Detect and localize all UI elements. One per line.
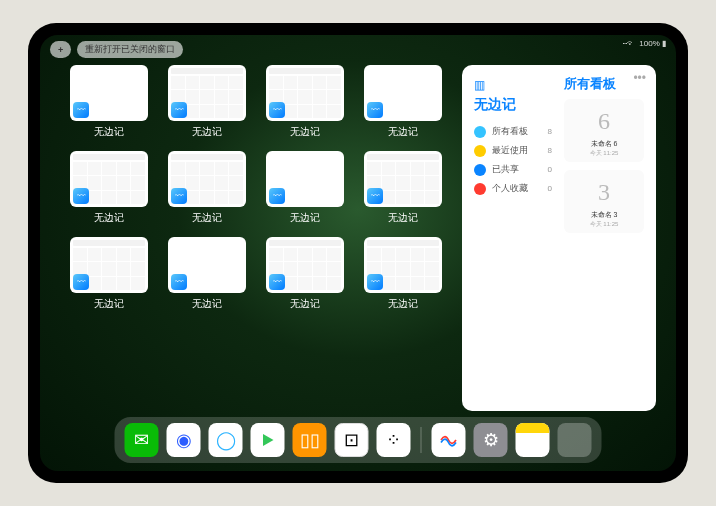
window-preview: 〰	[70, 65, 148, 121]
board-date: 今天 11:25	[568, 149, 640, 158]
freeform-app-icon: 〰	[171, 274, 187, 290]
freeform-icon[interactable]	[432, 423, 466, 457]
sidebar-icon	[474, 183, 486, 195]
window-grid: 〰无边记〰无边记〰无边记〰无边记〰无边记〰无边记〰无边记〰无边记〰无边记〰无边记…	[70, 65, 442, 411]
game-icon[interactable]: ⊡	[335, 423, 369, 457]
svg-marker-0	[263, 434, 274, 446]
freeform-app-icon: 〰	[269, 274, 285, 290]
panel-sidebar: ▥ 无边记 所有看板8最近使用8已共享0个人收藏0	[474, 75, 552, 401]
ipad-frame: ⋯ᯤ 100% ▮ + 重新打开已关闭的窗口 〰无边记〰无边记〰无边记〰无边记〰…	[28, 23, 688, 483]
freeform-app-icon: 〰	[269, 188, 285, 204]
window-thumb[interactable]: 〰无边记	[364, 151, 442, 229]
window-thumb[interactable]: 〰无边记	[70, 65, 148, 143]
sidebar-toggle-icon[interactable]: ▥	[474, 78, 485, 92]
wechat-icon[interactable]: ✉	[125, 423, 159, 457]
board-name: 未命名 3	[568, 210, 640, 220]
sidebar-item[interactable]: 已共享0	[474, 160, 552, 179]
window-label: 无边记	[192, 297, 222, 311]
sidebar-count: 0	[548, 184, 552, 193]
status-bar: ⋯ᯤ 100% ▮	[623, 39, 666, 48]
window-label: 无边记	[192, 211, 222, 225]
top-bar: + 重新打开已关闭的窗口	[50, 41, 183, 58]
all-boards-title: 所有看板	[564, 75, 644, 93]
window-thumb[interactable]: 〰无边记	[70, 151, 148, 229]
board-card[interactable]: 3未命名 3今天 11:25	[564, 170, 644, 233]
plus-icon: +	[58, 45, 63, 55]
reopen-label: 重新打开已关闭的窗口	[85, 43, 175, 56]
notes-icon[interactable]	[516, 423, 550, 457]
window-label: 无边记	[94, 297, 124, 311]
window-thumb[interactable]: 〰无边记	[266, 237, 344, 315]
window-preview: 〰	[70, 151, 148, 207]
sidebar-icon	[474, 126, 486, 138]
window-preview: 〰	[266, 65, 344, 121]
window-preview: 〰	[364, 237, 442, 293]
window-preview: 〰	[364, 151, 442, 207]
app-library-icon[interactable]	[558, 423, 592, 457]
window-preview: 〰	[168, 65, 246, 121]
grid-app-icon[interactable]: ⁘	[377, 423, 411, 457]
sidebar-icon	[474, 145, 486, 157]
sidebar-label: 最近使用	[492, 144, 528, 157]
board-name: 未命名 6	[568, 139, 640, 149]
window-preview: 〰	[70, 237, 148, 293]
reopen-closed-button[interactable]: 重新打开已关闭的窗口	[77, 41, 183, 58]
window-thumb[interactable]: 〰无边记	[168, 237, 246, 315]
window-preview: 〰	[364, 65, 442, 121]
window-label: 无边记	[94, 125, 124, 139]
panel-boards: 所有看板 6未命名 6今天 11:253未命名 3今天 11:25	[564, 75, 644, 401]
sidebar-label: 所有看板	[492, 125, 528, 138]
window-preview: 〰	[168, 237, 246, 293]
window-thumb[interactable]: 〰无边记	[364, 65, 442, 143]
freeform-app-icon: 〰	[171, 102, 187, 118]
sidebar-count: 8	[548, 127, 552, 136]
content-area: 〰无边记〰无边记〰无边记〰无边记〰无边记〰无边记〰无边记〰无边记〰无边记〰无边记…	[70, 65, 656, 411]
play-icon[interactable]	[251, 423, 285, 457]
books-icon[interactable]: ▯▯	[293, 423, 327, 457]
window-thumb[interactable]: 〰无边记	[266, 151, 344, 229]
window-label: 无边记	[388, 211, 418, 225]
freeform-app-icon: 〰	[367, 102, 383, 118]
dock: ✉ ◉ ◯ ▯▯ ⊡ ⁘ ⚙	[115, 417, 602, 463]
window-label: 无边记	[388, 297, 418, 311]
settings-icon[interactable]: ⚙	[474, 423, 508, 457]
window-preview: 〰	[266, 151, 344, 207]
quark-icon[interactable]: ◉	[167, 423, 201, 457]
window-label: 无边记	[94, 211, 124, 225]
window-thumb[interactable]: 〰无边记	[364, 237, 442, 315]
window-thumb[interactable]: 〰无边记	[168, 151, 246, 229]
wifi-icon: ⋯ᯤ	[623, 39, 635, 48]
qq-browser-icon[interactable]: ◯	[209, 423, 243, 457]
app-panel[interactable]: ••• ▥ 无边记 所有看板8最近使用8已共享0个人收藏0 所有看板 6未命名 …	[462, 65, 656, 411]
window-preview: 〰	[168, 151, 246, 207]
more-icon[interactable]: •••	[633, 71, 646, 85]
freeform-app-icon: 〰	[73, 188, 89, 204]
sidebar-icon	[474, 164, 486, 176]
screen: ⋯ᯤ 100% ▮ + 重新打开已关闭的窗口 〰无边记〰无边记〰无边记〰无边记〰…	[40, 35, 676, 471]
sidebar-count: 0	[548, 165, 552, 174]
window-label: 无边记	[290, 297, 320, 311]
new-window-button[interactable]: +	[50, 41, 71, 58]
sidebar-count: 8	[548, 146, 552, 155]
window-thumb[interactable]: 〰无边记	[70, 237, 148, 315]
window-preview: 〰	[266, 237, 344, 293]
panel-title: 无边记	[474, 96, 552, 114]
window-label: 无边记	[388, 125, 418, 139]
sidebar-label: 个人收藏	[492, 182, 528, 195]
battery-indicator: 100% ▮	[639, 39, 666, 48]
freeform-app-icon: 〰	[73, 102, 89, 118]
sidebar-item[interactable]: 所有看板8	[474, 122, 552, 141]
window-label: 无边记	[290, 211, 320, 225]
sidebar-item[interactable]: 最近使用8	[474, 141, 552, 160]
window-label: 无边记	[290, 125, 320, 139]
sidebar-item[interactable]: 个人收藏0	[474, 179, 552, 198]
freeform-app-icon: 〰	[367, 188, 383, 204]
window-thumb[interactable]: 〰无边记	[266, 65, 344, 143]
board-sketch: 3	[568, 174, 640, 210]
board-date: 今天 11:25	[568, 220, 640, 229]
dock-separator	[421, 427, 422, 453]
board-card[interactable]: 6未命名 6今天 11:25	[564, 99, 644, 162]
sidebar-label: 已共享	[492, 163, 519, 176]
freeform-app-icon: 〰	[73, 274, 89, 290]
window-thumb[interactable]: 〰无边记	[168, 65, 246, 143]
